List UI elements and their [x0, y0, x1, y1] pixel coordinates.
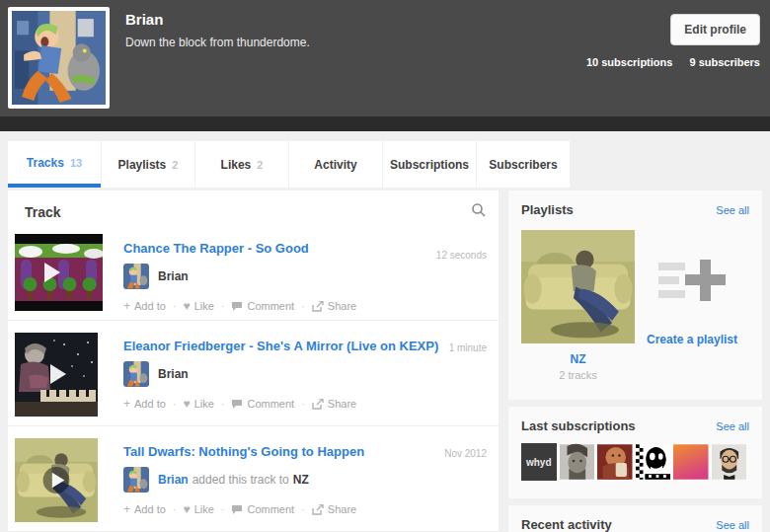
separator: · [221, 398, 225, 410]
separator: · [173, 300, 177, 312]
tracks-section-title: Track [25, 204, 61, 220]
separator: · [301, 503, 305, 515]
add-to-icon: + [123, 502, 130, 516]
separator: · [173, 398, 177, 410]
last-subscriptions-see-all-link[interactable]: See all [716, 420, 749, 432]
track-thumbnail[interactable] [15, 234, 103, 311]
add-to-button[interactable]: +Add to [123, 502, 166, 516]
track-user-name[interactable]: Brian [158, 473, 189, 487]
add-to-label: Add to [134, 300, 166, 312]
add-to-label: Add to [134, 398, 166, 410]
tab-activity-label: Activity [314, 158, 356, 172]
track-context-text: added this track to [192, 473, 289, 487]
subscribers-stat[interactable]: 9 subscribers [689, 56, 760, 68]
track-thumbnail[interactable] [15, 438, 98, 522]
playlist-name-link[interactable]: NZ [521, 352, 635, 366]
tab-subscriptions[interactable]: Subscriptions [383, 141, 476, 188]
mini-avatar-image [123, 361, 149, 387]
track-title-link[interactable]: Eleanor Friedberger - She's A Mirror (Li… [123, 339, 438, 353]
comment-button[interactable]: Comment [231, 398, 294, 410]
subscriptions-label: subscriptions [601, 56, 672, 68]
separator: · [173, 503, 177, 515]
subscription-avatar-whyd[interactable]: whyd [521, 443, 557, 481]
tab-subscribers-label: Subscribers [489, 158, 557, 172]
tab-playlists-label: Playlists [118, 158, 167, 172]
like-label: Like [194, 398, 214, 410]
playlist-thumbnail-image [521, 230, 635, 343]
subscriptions-count: 10 [586, 56, 598, 68]
subscribers-count: 9 [689, 56, 695, 68]
sidebar: Playlists See all [508, 190, 762, 532]
tab-tracks[interactable]: Tracks13 [8, 141, 101, 188]
edit-profile-button[interactable]: Edit profile [670, 14, 760, 45]
create-playlist-icon[interactable] [658, 258, 726, 303]
last-subscriptions-section: Last subscriptions See all whyd [508, 407, 762, 498]
add-to-button[interactable]: +Add to [123, 397, 166, 411]
heart-icon: ♥ [184, 299, 191, 313]
comment-label: Comment [247, 398, 294, 410]
like-button[interactable]: ♥Like [184, 502, 214, 516]
tab-subscriptions-label: Subscriptions [390, 158, 469, 172]
subscriptions-stat[interactable]: 10 subscriptions [586, 56, 672, 68]
subscription-avatar[interactable] [636, 443, 671, 481]
tab-subscribers[interactable]: Subscribers [477, 141, 570, 188]
share-icon [312, 301, 324, 312]
track-title-link[interactable]: Chance The Rapper - So Good [123, 241, 309, 256]
separator: · [221, 503, 225, 515]
separator: · [221, 300, 225, 312]
subscribers-label: subscribers [699, 56, 760, 68]
recent-activity-see-all-link[interactable]: See all [716, 519, 749, 531]
comment-button[interactable]: Comment [231, 300, 294, 312]
like-label: Like [194, 300, 214, 312]
subscription-avatar[interactable] [673, 443, 709, 481]
track-timestamp: 1 minute [449, 342, 487, 353]
track-thumbnail[interactable] [15, 333, 98, 417]
subscription-avatar[interactable] [597, 443, 633, 481]
share-button[interactable]: Share [312, 503, 356, 515]
comment-button[interactable]: Comment [231, 503, 294, 515]
tab-likes[interactable]: Likes2 [195, 141, 288, 188]
playlist-track-count: 2 tracks [521, 369, 635, 381]
like-button[interactable]: ♥Like [184, 299, 214, 313]
track-user-name[interactable]: Brian [158, 269, 189, 283]
profile-stats: 10 subscriptions 9 subscribers [573, 56, 760, 68]
whyd-avatar-label: whyd [526, 457, 552, 468]
tab-likes-label: Likes [221, 158, 252, 172]
track-actions: +Add to · ♥Like · Comment · Share [123, 502, 499, 516]
share-button[interactable]: Share [312, 398, 356, 410]
mini-avatar-image [123, 264, 149, 289]
tab-playlists-count: 2 [172, 159, 178, 171]
track-row: Nov 2012 Tall Dwarfs: Nothing's Going to… [8, 426, 499, 532]
track-user-name[interactable]: Brian [158, 367, 189, 381]
comment-icon [231, 504, 243, 515]
subscription-avatar[interactable] [712, 443, 747, 481]
profile-avatar[interactable] [8, 7, 110, 109]
track-user-avatar[interactable] [123, 361, 149, 387]
track-title-link[interactable]: Tall Dwarfs: Nothing's Going to Happen [123, 444, 364, 459]
tracks-panel-header: Track [8, 190, 499, 234]
playlist-thumbnail[interactable] [521, 230, 635, 343]
profile-header: Brian Down the block from thunderdome. E… [0, 0, 770, 116]
search-icon[interactable] [471, 202, 487, 218]
create-playlist-link[interactable]: Create a playlist [647, 333, 737, 346]
share-label: Share [328, 398, 356, 410]
track-thumbnail-image [15, 333, 98, 417]
share-label: Share [328, 503, 356, 515]
track-row: 1 minute Eleanor Friedberger - She's A M… [8, 321, 499, 426]
subscription-avatar[interactable] [560, 443, 595, 481]
heart-icon: ♥ [184, 397, 191, 411]
subscription-avatar-image [673, 443, 709, 481]
track-user-avatar[interactable] [123, 264, 149, 289]
share-button[interactable]: Share [312, 300, 356, 312]
like-button[interactable]: ♥Like [184, 397, 214, 411]
share-icon [312, 504, 324, 515]
add-to-button[interactable]: +Add to [123, 299, 166, 313]
profile-tabs: Tracks13 Playlists2 Likes2 Activity Subs… [8, 141, 571, 188]
track-context-playlist-link[interactable]: NZ [293, 473, 309, 487]
track-user-avatar[interactable] [123, 467, 149, 493]
mini-avatar-image [123, 467, 149, 493]
subscription-avatar-image [712, 443, 747, 481]
tab-activity[interactable]: Activity [289, 141, 382, 188]
playlists-see-all-link[interactable]: See all [716, 204, 749, 216]
tab-playlists[interactable]: Playlists2 [102, 141, 194, 188]
